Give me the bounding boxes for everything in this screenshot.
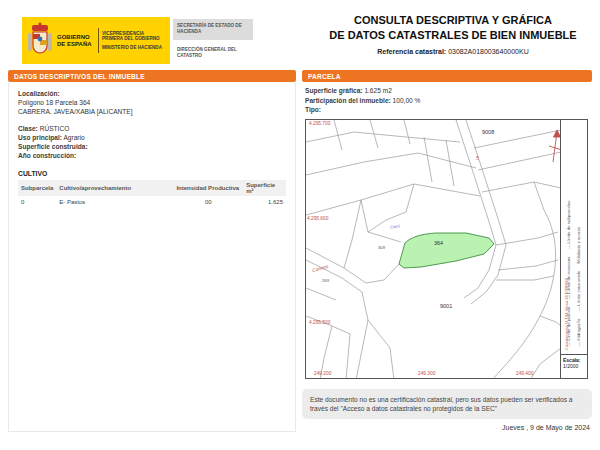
parcel-364-highlight: [399, 233, 494, 268]
cell-cultivo: E- Pastos: [56, 196, 173, 208]
clase-row: Clase: RÚSTICO: [18, 124, 286, 133]
spain-coat-of-arms-icon: [25, 21, 55, 61]
document-date: Jueves , 9 de Mayo de 2024: [302, 424, 592, 431]
government-banner: GOBIERNO DE ESPAÑA VICEPRESIDENCIA PRIME…: [22, 17, 170, 64]
table-row: 0 E- Pastos 00 1.625: [18, 196, 286, 208]
uso-value: Agrario: [63, 134, 84, 141]
path-name-label: Camí: [390, 223, 401, 229]
superficie-grafica-value: 1.625 m2: [364, 87, 392, 94]
cadastral-map-lines: [306, 120, 561, 379]
cultivo-table: Subparcela Cultivo/aprovechamiento Inten…: [18, 180, 286, 208]
map-legend-column: — Límite de parcela — Límite de manzana …: [561, 119, 588, 379]
scale-box: Escala: 1/2000: [561, 355, 588, 379]
ministerio-label: MINISTERIO DE HACIENDA: [102, 45, 164, 51]
col-subparcela: Subparcela: [18, 180, 56, 196]
cadastral-reference: Referencia catastral: 03082A018003640000…: [318, 48, 588, 55]
col-superficie: Superficie m²: [243, 180, 286, 196]
title-line-2: DE DATOS CATASTRALES DE BIEN INMUEBLE: [318, 28, 588, 43]
uso-row: Uso principal: Agrario: [18, 133, 286, 142]
left-panel-body: Localización: Polígono 18 Parcela 364 CA…: [8, 82, 296, 432]
document-title: CONSULTA DESCRIPTIVA Y GRÁFICA DE DATOS …: [318, 13, 588, 55]
scale-value: 1/2000: [563, 363, 585, 369]
parcel-label-309: 309: [378, 245, 385, 250]
superficie-construida-row: Superficie construida:: [18, 142, 286, 151]
reference-label: Referencia catastral:: [377, 48, 446, 55]
cultivo-table-header-row: Subparcela Cultivo/aprovechamiento Inten…: [18, 180, 286, 196]
north-arrow-icon: [549, 130, 561, 162]
superficie-grafica-row: Superficie gráfica: 1.625 m2: [305, 86, 590, 96]
cadastral-map[interactable]: 9008 5 Camí 364 309 269 9001 Camino 4.29…: [305, 119, 561, 379]
right-panel-header: PARCELA: [302, 70, 592, 82]
northing-label-top: 4.295.700: [309, 121, 330, 126]
left-panel-header: DATOS DESCRIPTIVOS DEL INMUEBLE: [8, 70, 296, 82]
easting-label-mid: 249.300: [418, 371, 435, 376]
descriptive-data-panel: DATOS DESCRIPTIVOS DEL INMUEBLE Localiza…: [8, 70, 296, 432]
map-legend: — Límite de parcela — Límite de manzana …: [561, 119, 588, 355]
participacion-value: 100,00 %: [393, 97, 421, 104]
gobierno-espana-label: GOBIERNO DE ESPAÑA: [57, 34, 95, 48]
parcel-label-9001: 9001: [440, 303, 452, 309]
clase-value: RÚSTICO: [40, 125, 70, 132]
parcel-label-269: 269: [322, 278, 329, 283]
disclaimer-box: Este documento no es una certificación c…: [302, 389, 592, 419]
cell-superficie: 1.625: [243, 196, 286, 208]
participacion-row: Participación del inmueble: 100,00 %: [305, 96, 590, 106]
vicepresidencia-label: VICEPRESIDENCIA PRIMERA DEL GOBIERNO: [102, 31, 164, 42]
reference-value: 03082A018003640000KU: [448, 48, 529, 55]
ministries-column: VICEPRESIDENCIA PRIMERA DEL GOBIERNO MIN…: [98, 28, 164, 54]
cell-subparcela: 0: [18, 196, 56, 208]
northing-label-mid: 4.295.600: [307, 216, 328, 221]
localizacion-poligono: Polígono 18 Parcela 364: [18, 98, 286, 107]
tipo-row: Tipo:: [305, 105, 590, 115]
title-line-1: CONSULTA DESCRIPTIVA Y GRÁFICA: [318, 13, 588, 28]
cell-intensidad: 00: [173, 196, 243, 208]
localizacion-municipio: CABRERA. JAVEA/XABIA [ALICANTE]: [18, 107, 286, 116]
secretaria-estado-label: SECRETARÍA DE ESTADO DE HACIENDA: [173, 19, 253, 40]
parcela-panel: PARCELA Superficie gráfica: 1.625 m2 Par…: [302, 70, 592, 431]
northing-label-bottom: 4.295.500: [309, 320, 330, 325]
easting-label-right: 249.400: [516, 371, 533, 376]
direccion-general-catastro-label: DIRECCIÓN GENERAL DEL CATASTRO: [173, 45, 253, 60]
ano-construccion-row: Año construcción:: [18, 151, 286, 160]
cadastral-document-page: GOBIERNO DE ESPAÑA VICEPRESIDENCIA PRIME…: [0, 0, 600, 450]
cadastral-map-section: 9008 5 Camí 364 309 269 9001 Camino 4.29…: [305, 119, 592, 379]
parcela-attributes: Superficie gráfica: 1.625 m2 Participaci…: [302, 82, 592, 117]
road-number-label: 5: [476, 156, 479, 161]
easting-label-left: 249.200: [314, 371, 331, 376]
cultivo-section-title: CULTIVO: [18, 170, 286, 177]
legend-line-types-a: — Hidrografía — Límite zona verde Mobili…: [575, 126, 583, 346]
col-intensidad: Intensidad Productiva: [173, 180, 243, 196]
parcel-label-9008: 9008: [482, 129, 494, 135]
localizacion-label: Localización:: [18, 89, 286, 98]
col-cultivo: Cultivo/aprovechamiento: [56, 180, 173, 196]
legend-coordinates-note: Coordenadas U.T.M. Huso 31 ETRS89: [564, 278, 569, 350]
parcel-label-364: 364: [434, 240, 443, 246]
